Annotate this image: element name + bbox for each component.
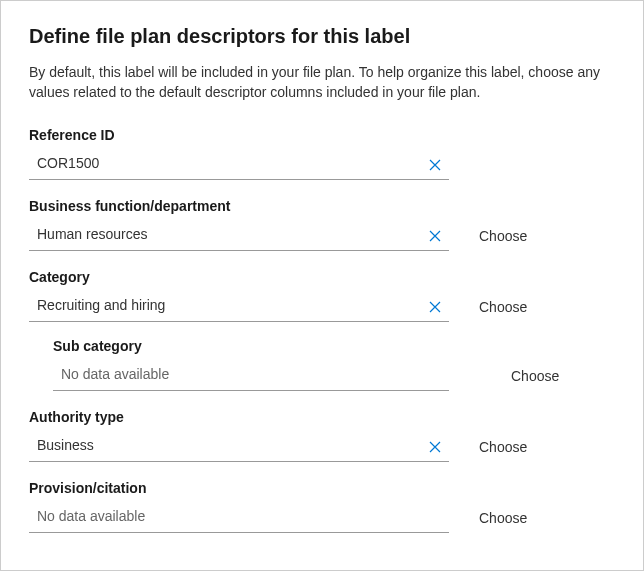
reference-id-label: Reference ID [29,127,615,143]
provision-citation-field: Provision/citation No data available Cho… [29,480,615,533]
page-description: By default, this label will be included … [29,62,615,103]
reference-id-value: COR1500 [37,155,427,175]
clear-icon[interactable] [427,228,443,244]
business-function-label: Business function/department [29,198,615,214]
provision-citation-placeholder: No data available [37,508,443,528]
sub-category-choose-button[interactable]: Choose [511,368,559,384]
business-function-input[interactable]: Human resources [29,222,449,251]
business-function-choose-button[interactable]: Choose [479,228,527,244]
category-value: Recruiting and hiring [37,297,427,317]
category-field: Category Recruiting and hiring Choose Su… [29,269,615,391]
category-input[interactable]: Recruiting and hiring [29,293,449,322]
page-title: Define file plan descriptors for this la… [29,25,615,48]
business-function-field: Business function/department Human resou… [29,198,615,251]
clear-icon[interactable] [427,157,443,173]
sub-category-label: Sub category [53,338,615,354]
category-label: Category [29,269,615,285]
clear-icon[interactable] [427,439,443,455]
authority-type-field: Authority type Business Choose [29,409,615,462]
provision-citation-label: Provision/citation [29,480,615,496]
authority-type-input[interactable]: Business [29,433,449,462]
authority-type-choose-button[interactable]: Choose [479,439,527,455]
authority-type-label: Authority type [29,409,615,425]
business-function-value: Human resources [37,226,427,246]
provision-citation-input[interactable]: No data available [29,504,449,533]
category-choose-button[interactable]: Choose [479,299,527,315]
sub-category-placeholder: No data available [61,366,443,386]
sub-category-input[interactable]: No data available [53,362,449,391]
sub-category-field: Sub category No data available Choose [53,338,615,391]
authority-type-value: Business [37,437,427,457]
reference-id-field: Reference ID COR1500 [29,127,615,180]
provision-citation-choose-button[interactable]: Choose [479,510,527,526]
reference-id-input[interactable]: COR1500 [29,151,449,180]
clear-icon[interactable] [427,299,443,315]
